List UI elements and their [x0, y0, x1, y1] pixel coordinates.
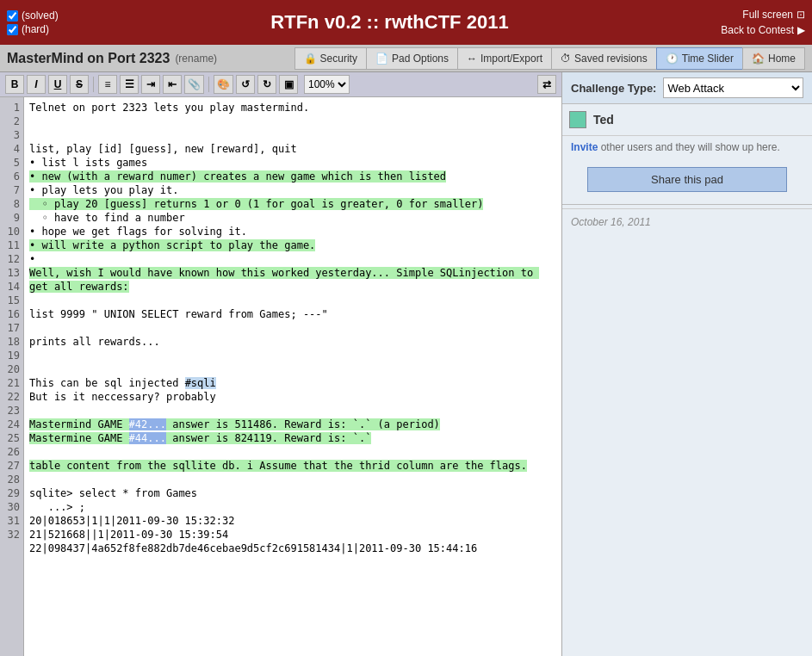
- app-title: RTFn v0.2 :: rwthCTF 2011: [59, 11, 722, 34]
- line-number: 27: [0, 459, 23, 473]
- text-part: •: [29, 253, 35, 265]
- editor-line: • play lets you play it.: [29, 183, 556, 197]
- challenge-type-bar: Challenge Type: Web Attack Crypto Revers…: [562, 72, 812, 104]
- invite-desc: other users and they will show up here.: [601, 141, 780, 153]
- attach-button[interactable]: 📎: [184, 75, 204, 94]
- line-number: 13: [0, 266, 23, 280]
- date-section: October 16, 2011: [562, 208, 812, 235]
- zoom-select[interactable]: 100% 75% 125% 150%: [304, 75, 350, 94]
- tab-home-label: Home: [768, 53, 796, 65]
- editor-line: ◦ have to find a number: [29, 211, 556, 225]
- tab-security[interactable]: 🔒 Security: [294, 47, 367, 70]
- rename-label[interactable]: (rename): [175, 53, 217, 65]
- editor-line: 22|098437|4a652f8fe882db7de46cebae9d5cf2…: [29, 542, 556, 555]
- hard-label: (hard): [22, 23, 49, 35]
- tab-pad-options[interactable]: 📄 Pad Options: [366, 47, 458, 70]
- pad-options-icon: 📄: [375, 53, 388, 65]
- hard-checkbox[interactable]: [7, 24, 18, 35]
- tab-import-export[interactable]: ↔ Import/Export: [457, 47, 552, 70]
- editor-line: table content from the sqllite db. i Ass…: [29, 459, 556, 473]
- format-button[interactable]: ▣: [279, 75, 298, 94]
- challenge-type-select[interactable]: Web Attack Crypto Reverse Pwn Forensics …: [663, 77, 803, 98]
- underline-button[interactable]: U: [48, 75, 67, 94]
- fullscreen-link[interactable]: Full screen ⊡: [742, 9, 805, 21]
- editor-toolbar: B I U S ≡ ☰ ⇥ ⇤ 📎 🎨 ↺ ↻ ▣ 100% 75% 125% …: [0, 72, 561, 97]
- editor-line: ◦ play 20 [guess] returns 1 or 0 (1 for …: [29, 197, 556, 211]
- tab-saved-revisions[interactable]: ⏱ Saved revisions: [551, 47, 657, 70]
- text-part: • will write a python script to play the…: [29, 239, 315, 251]
- editor-line: [29, 404, 556, 418]
- text-part: 21|521668||1|2011-09-30 15:39:54: [29, 529, 228, 541]
- solved-checkbox-item[interactable]: (solved): [7, 9, 59, 22]
- line-number: 6: [0, 170, 23, 183]
- toolbar-right: ⇄: [537, 75, 556, 94]
- editor-line: list, play [id] [guess], new [reward], q…: [29, 142, 556, 156]
- line-number: 28: [0, 473, 23, 486]
- tab-security-label: Security: [320, 53, 357, 65]
- redo-button[interactable]: ↻: [257, 75, 276, 94]
- editor-section: B I U S ≡ ☰ ⇥ ⇤ 📎 🎨 ↺ ↻ ▣ 100% 75% 125% …: [0, 72, 562, 656]
- editor-line: 21|521668||1|2011-09-30 15:39:54: [29, 528, 556, 542]
- hard-checkbox-item[interactable]: (hard): [7, 23, 59, 35]
- import-export-icon: ↔: [467, 53, 477, 65]
- line-number: 30: [0, 500, 23, 514]
- editor-line: Telnet on port 2323 lets you play master…: [29, 101, 556, 114]
- share-pad-button[interactable]: Share this pad: [587, 167, 787, 192]
- time-slider-icon: 🕐: [666, 53, 679, 65]
- color-button[interactable]: 🎨: [214, 75, 233, 94]
- editor-line: • list l ists games: [29, 156, 556, 170]
- text-part: • hope we get flags for solving it.: [29, 226, 247, 238]
- user-name: Ted: [593, 113, 614, 127]
- line-number: 3: [0, 128, 23, 142]
- text-part: • list l ists games: [29, 157, 147, 169]
- users-section: Ted: [562, 104, 812, 135]
- strikethrough-button[interactable]: S: [70, 75, 89, 94]
- editor-line: list 9999 " UNION SELECT reward from Gam…: [29, 307, 556, 321]
- line-number: 8: [0, 197, 23, 211]
- bold-button[interactable]: B: [5, 75, 24, 94]
- line-number: 22: [0, 390, 23, 404]
- solved-checkbox[interactable]: [7, 10, 18, 22]
- home-icon: 🏠: [752, 53, 765, 65]
- line-number: 29: [0, 486, 23, 500]
- line-number: 17: [0, 321, 23, 335]
- tab-home[interactable]: 🏠 Home: [742, 47, 805, 70]
- text-part: • new (with a reward numer) creates a ne…: [29, 170, 446, 183]
- text-part: sqlite> select * from Games: [29, 487, 197, 499]
- editor-line: But is it neccessary? probably: [29, 390, 556, 404]
- editor-line: Mastermine GAME #44... answer is 824119.…: [29, 431, 556, 445]
- editor-line: [29, 294, 556, 307]
- back-to-contest-link[interactable]: Back to Contest ▶: [721, 24, 805, 36]
- text-part: list 9999 " UNION SELECT reward from Gam…: [29, 308, 328, 320]
- text-part: 20|018653|1|1|2011-09-30 15:32:32: [29, 515, 234, 527]
- line-number: 25: [0, 431, 23, 445]
- invite-link[interactable]: Invite: [571, 141, 598, 153]
- editor-line: sqlite> select * from Games: [29, 486, 556, 500]
- italic-button[interactable]: I: [27, 75, 46, 94]
- line-number: 7: [0, 183, 23, 197]
- line-number: 20: [0, 362, 23, 376]
- tab-saved-revisions-label: Saved revisions: [574, 53, 648, 65]
- editor-content: 1234567891011121314151617181920212223242…: [0, 97, 561, 656]
- tab-time-slider[interactable]: 🕐 Time Slider: [656, 47, 743, 70]
- line-number: 16: [0, 307, 23, 321]
- line-number: 5: [0, 156, 23, 170]
- undo-button[interactable]: ↺: [236, 75, 255, 94]
- ordered-list-button[interactable]: ≡: [98, 75, 117, 94]
- editor-text-area[interactable]: Telnet on port 2323 lets you play master…: [24, 97, 561, 656]
- editor-line: • will write a python script to play the…: [29, 238, 556, 252]
- line-number: 10: [0, 225, 23, 238]
- editor-line: [29, 128, 556, 142]
- indent-button[interactable]: ⇥: [141, 75, 160, 94]
- user-avatar: [569, 111, 586, 128]
- text-part: answer is 824119. Reward is: `.`: [166, 432, 371, 444]
- text-part: Telnet on port 2323 lets you play master…: [29, 102, 309, 114]
- unordered-list-button[interactable]: ☰: [120, 75, 139, 94]
- line-number: 24: [0, 418, 23, 431]
- zoom-control: 100% 75% 125% 150%: [304, 75, 350, 94]
- outdent-button[interactable]: ⇤: [163, 75, 182, 94]
- sync-button[interactable]: ⇄: [537, 75, 556, 94]
- fullscreen-icon: ⊡: [797, 9, 805, 21]
- editor-line: [29, 321, 556, 335]
- text-part: But is it neccessary? probably: [29, 391, 216, 403]
